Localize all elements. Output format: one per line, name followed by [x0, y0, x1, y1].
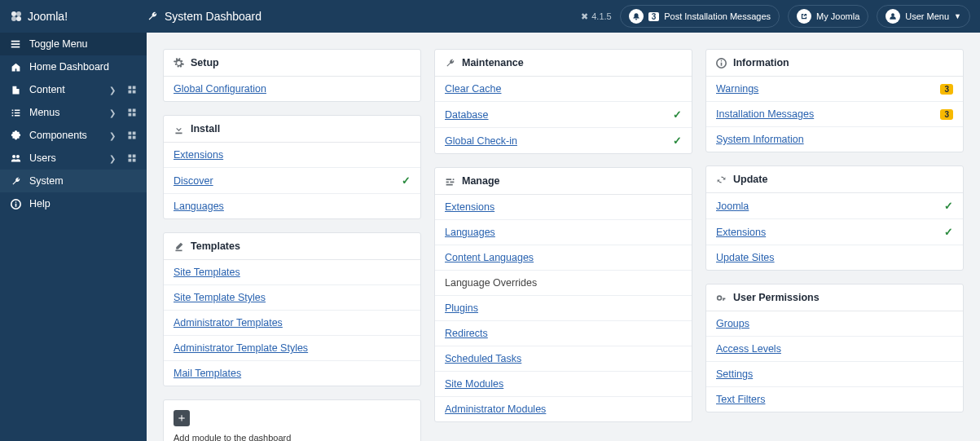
link-clear-cache[interactable]: Clear Cache — [445, 83, 501, 95]
link-discover[interactable]: Discover — [174, 175, 213, 187]
my-site-button[interactable]: My Joomla — [788, 5, 868, 28]
card-header: Information — [706, 50, 963, 77]
link-global-check-in[interactable]: Global Check-in — [445, 135, 517, 147]
notification-label: Post Installation Messages — [664, 11, 771, 21]
chevron-right-icon: ❯ — [109, 131, 116, 140]
card-item-clear-cache: Clear Cache — [435, 77, 692, 102]
link-groups[interactable]: Groups — [716, 318, 749, 329]
file-icon — [10, 84, 21, 95]
card-item-update-sites: Update Sites — [706, 245, 963, 270]
card-information: InformationWarnings3Installation Message… — [705, 49, 964, 152]
link-site-modules[interactable]: Site Modules — [445, 378, 503, 390]
chevron-down-icon: ▼ — [954, 12, 961, 20]
link-scheduled-tasks[interactable]: Scheduled Tasks — [445, 353, 521, 364]
link-extensions[interactable]: Extensions — [716, 227, 766, 238]
toggle-menu-button[interactable]: Toggle Menu — [0, 33, 147, 55]
card-item-access-levels: Access Levels — [706, 337, 963, 362]
warning-badge: 3 — [940, 109, 953, 120]
card-item-text-filters: Text Filters — [706, 387, 963, 412]
card-item-content-languages: Content Languages — [435, 245, 692, 271]
chevron-right-icon: ❯ — [109, 86, 116, 95]
sidebar-item-help[interactable]: Help — [0, 192, 147, 215]
sidebar-item-menus[interactable]: Menus❯ — [0, 101, 147, 124]
card-item-warnings: Warnings3 — [706, 77, 963, 102]
card-header: Setup — [164, 50, 420, 77]
link-site-template-styles[interactable]: Site Template Styles — [174, 292, 266, 303]
bell-icon — [629, 9, 644, 24]
sidebar-item-label: Help — [29, 198, 137, 209]
card-title: Maintenance — [462, 57, 524, 68]
card-user-permissions: User PermissionsGroupsAccess LevelsSetti… — [705, 284, 964, 412]
link-text-filters[interactable]: Text Filters — [716, 394, 765, 405]
link-joomla[interactable]: Joomla — [716, 201, 749, 212]
svg-rect-11 — [129, 113, 132, 117]
brand[interactable]: Joomla! — [10, 10, 147, 23]
notification-count: 3 — [648, 12, 660, 21]
add-module-panel: ＋Add module to the dashboard — [163, 399, 421, 441]
link-extensions[interactable]: Extensions — [174, 149, 223, 161]
link-mail-templates[interactable]: Mail Templates — [174, 368, 241, 379]
sidebar-item-users[interactable]: Users❯ — [0, 147, 147, 170]
link-settings[interactable]: Settings — [716, 368, 753, 380]
user-menu-button[interactable]: User Menu ▼ — [877, 5, 970, 28]
post-install-messages-button[interactable]: 3 Post Installation Messages — [620, 5, 780, 28]
my-site-label: My Joomla — [816, 11, 859, 21]
card-install: InstallExtensionsDiscover✓Languages — [163, 115, 421, 219]
card-item-extensions: Extensions — [435, 195, 692, 220]
svg-rect-15 — [129, 136, 132, 139]
dashboard-grid-icon[interactable] — [127, 130, 137, 140]
sidebar-item-home-dashboard[interactable]: Home Dashboard — [0, 55, 147, 78]
card-item-administrator-template-styles: Administrator Template Styles — [164, 336, 420, 361]
link-database[interactable]: Database — [445, 109, 489, 121]
sidebar-item-content[interactable]: Content❯ — [0, 78, 147, 101]
sidebar-item-components[interactable]: Components❯ — [0, 124, 147, 147]
card-title: Information — [733, 57, 789, 68]
link-extensions[interactable]: Extensions — [445, 201, 494, 213]
link-content-languages[interactable]: Content Languages — [445, 252, 534, 263]
link-languages[interactable]: Languages — [445, 227, 495, 238]
dashboard-grid-icon[interactable] — [127, 108, 137, 117]
version-text: 4.1.5 — [591, 11, 611, 21]
svg-rect-16 — [133, 136, 136, 139]
link-warnings[interactable]: Warnings — [716, 83, 758, 95]
info-circle-icon — [716, 58, 727, 68]
link-plugins[interactable]: Plugins — [445, 302, 478, 314]
card-header: User Permissions — [706, 284, 963, 311]
users-icon — [10, 152, 21, 164]
link-site-templates[interactable]: Site Templates — [174, 267, 240, 278]
add-module-button[interactable]: ＋ — [174, 410, 190, 426]
sync-icon — [716, 174, 727, 185]
topbar: Joomla! System Dashboard ✖ 4.1.5 3 Post … — [0, 0, 980, 33]
link-languages[interactable]: Languages — [174, 201, 224, 212]
card-item-installation-messages: Installation Messages3 — [706, 102, 963, 127]
sidebar-item-label: Menus — [29, 107, 101, 118]
sidebar-item-system[interactable]: System — [0, 170, 147, 192]
sliders-icon — [445, 176, 455, 187]
dashboard-grid-icon[interactable] — [127, 85, 137, 95]
card-item-language-overrides: Language Overrides — [435, 271, 692, 296]
card-title: Templates — [191, 240, 240, 252]
sidebar-item-label: Users — [29, 152, 101, 164]
link-global-configuration[interactable]: Global Configuration — [174, 83, 266, 95]
brand-label: Joomla! — [28, 10, 68, 23]
link-administrator-template-styles[interactable]: Administrator Template Styles — [174, 342, 308, 354]
card-title: Install — [191, 123, 220, 135]
link-installation-messages[interactable]: Installation Messages — [716, 108, 814, 120]
link-system-information[interactable]: System Information — [716, 134, 804, 145]
svg-point-24 — [15, 201, 16, 203]
card-header: Maintenance — [435, 50, 692, 77]
dashboard-grid-icon[interactable] — [127, 153, 137, 163]
link-update-sites[interactable]: Update Sites — [716, 252, 775, 263]
link-administrator-modules[interactable]: Administrator Modules — [445, 404, 546, 415]
svg-point-4 — [891, 13, 894, 16]
svg-rect-20 — [133, 155, 136, 158]
link-language-overrides: Language Overrides — [445, 277, 537, 289]
chevron-right-icon: ❯ — [109, 154, 116, 163]
link-administrator-templates[interactable]: Administrator Templates — [174, 317, 283, 329]
user-avatar-icon — [886, 9, 900, 24]
cog-icon — [174, 58, 184, 68]
card-header: Install — [164, 116, 420, 143]
svg-rect-22 — [133, 159, 136, 162]
link-redirects[interactable]: Redirects — [445, 328, 488, 339]
link-access-levels[interactable]: Access Levels — [716, 343, 781, 355]
